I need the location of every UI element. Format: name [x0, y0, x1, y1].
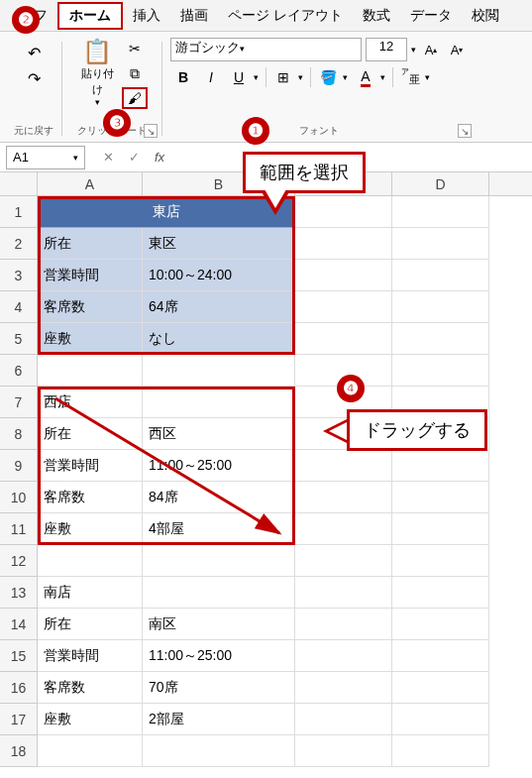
cell[interactable] — [295, 577, 392, 609]
font-dialog-launcher[interactable]: ↘ — [458, 124, 472, 138]
cell[interactable] — [295, 672, 392, 704]
cell[interactable] — [295, 513, 392, 545]
cell[interactable] — [392, 323, 489, 355]
cell[interactable]: 座敷 — [38, 323, 143, 355]
cell[interactable] — [143, 387, 295, 418]
paste-button[interactable]: 📋 貼り付け ▾ — [76, 38, 118, 107]
cell[interactable] — [392, 291, 489, 323]
row-header[interactable]: 2 — [0, 228, 38, 260]
cell[interactable] — [392, 704, 489, 735]
italic-button[interactable]: I — [198, 65, 224, 89]
row-header[interactable]: 11 — [0, 513, 38, 545]
cell[interactable]: 所在 — [38, 609, 143, 640]
cell[interactable]: 客席数 — [38, 291, 143, 323]
enter-formula-button[interactable]: ✓ — [121, 150, 147, 165]
cell[interactable] — [392, 672, 489, 704]
cell[interactable]: 客席数 — [38, 482, 143, 513]
cell[interactable]: 東店 — [38, 196, 295, 228]
cell[interactable]: 西店 — [38, 387, 143, 418]
cell[interactable]: 10:00～24:00 — [143, 260, 295, 291]
cell[interactable] — [392, 545, 489, 577]
cell[interactable] — [392, 482, 489, 513]
cell[interactable] — [295, 260, 392, 291]
cell[interactable] — [295, 450, 392, 482]
undo-button[interactable]: ↶ — [20, 42, 48, 63]
row-header[interactable]: 4 — [0, 291, 38, 323]
format-painter-button[interactable]: 🖌 — [122, 87, 148, 109]
cell[interactable]: 南店 — [38, 577, 143, 609]
cell[interactable]: 84席 — [143, 482, 295, 513]
cell[interactable] — [295, 228, 392, 260]
cell[interactable] — [295, 291, 392, 323]
row-header[interactable]: 10 — [0, 482, 38, 513]
cell[interactable] — [295, 196, 392, 228]
phonetic-button[interactable]: ア亜 — [397, 65, 423, 89]
cell[interactable] — [295, 323, 392, 355]
cell[interactable]: 東区 — [143, 228, 295, 260]
row-header[interactable]: 1 — [0, 196, 38, 228]
cell[interactable]: 南区 — [143, 609, 295, 640]
cell[interactable] — [295, 704, 392, 735]
row-header[interactable]: 7 — [0, 387, 38, 418]
cell[interactable]: 11:00～25:00 — [143, 640, 295, 672]
cell[interactable] — [392, 577, 489, 609]
cell[interactable]: 2部屋 — [143, 704, 295, 735]
fill-color-button[interactable]: 🪣 — [315, 65, 341, 89]
cell[interactable]: 64席 — [143, 291, 295, 323]
menu-review[interactable]: 校閲 — [462, 4, 509, 28]
cut-button[interactable]: ✂ — [122, 38, 148, 59]
row-header[interactable]: 3 — [0, 260, 38, 291]
decrease-font-button[interactable]: A▾ — [446, 38, 468, 61]
underline-button[interactable]: U — [226, 65, 252, 89]
font-color-button[interactable]: A — [353, 65, 378, 89]
cell[interactable]: 西区 — [143, 418, 295, 450]
cell[interactable] — [295, 482, 392, 513]
cell[interactable] — [392, 196, 489, 228]
increase-font-button[interactable]: A▴ — [420, 38, 442, 61]
borders-button[interactable]: ⊞ — [270, 65, 296, 89]
cell[interactable] — [38, 735, 143, 767]
cell[interactable]: 座敷 — [38, 704, 143, 735]
select-all-corner[interactable] — [0, 172, 38, 195]
row-header[interactable]: 5 — [0, 323, 38, 355]
cell[interactable]: 営業時間 — [38, 450, 143, 482]
cell[interactable] — [392, 513, 489, 545]
cell[interactable] — [392, 260, 489, 291]
column-header-A[interactable]: A — [38, 172, 143, 195]
bold-button[interactable]: B — [170, 65, 196, 89]
cell[interactable] — [295, 640, 392, 672]
row-header[interactable]: 16 — [0, 672, 38, 704]
cell[interactable]: 4部屋 — [143, 513, 295, 545]
row-header[interactable]: 17 — [0, 704, 38, 735]
menu-formulas[interactable]: 数式 — [353, 4, 400, 28]
row-header[interactable]: 8 — [0, 418, 38, 450]
cell[interactable] — [143, 577, 295, 609]
cell[interactable]: 所在 — [38, 418, 143, 450]
clipboard-dialog-launcher[interactable]: ↘ — [144, 124, 158, 138]
menu-draw[interactable]: 描画 — [170, 4, 218, 28]
copy-button[interactable]: ⧉ — [122, 62, 148, 84]
cell[interactable] — [38, 355, 143, 387]
cell[interactable] — [38, 545, 143, 577]
row-header[interactable]: 13 — [0, 577, 38, 609]
menu-data[interactable]: データ — [400, 4, 462, 28]
row-header[interactable]: 6 — [0, 355, 38, 387]
cell[interactable] — [392, 355, 489, 387]
cancel-formula-button[interactable]: ✕ — [95, 150, 121, 165]
cell[interactable] — [392, 450, 489, 482]
worksheet-grid[interactable]: A B C D 1東店2所在東区3営業時間10:00～24:004客席数64席5… — [0, 172, 532, 767]
cell[interactable]: 11:00～25:00 — [143, 450, 295, 482]
cell[interactable] — [295, 735, 392, 767]
cell[interactable]: 営業時間 — [38, 260, 143, 291]
cell[interactable] — [143, 735, 295, 767]
redo-button[interactable]: ↷ — [20, 67, 48, 89]
row-header[interactable]: 14 — [0, 609, 38, 640]
cell[interactable] — [392, 609, 489, 640]
cell[interactable]: 70席 — [143, 672, 295, 704]
cell[interactable] — [143, 545, 295, 577]
cell[interactable]: 座敷 — [38, 513, 143, 545]
cell[interactable] — [392, 735, 489, 767]
row-header[interactable]: 9 — [0, 450, 38, 482]
cell[interactable] — [295, 609, 392, 640]
cell[interactable] — [392, 228, 489, 260]
